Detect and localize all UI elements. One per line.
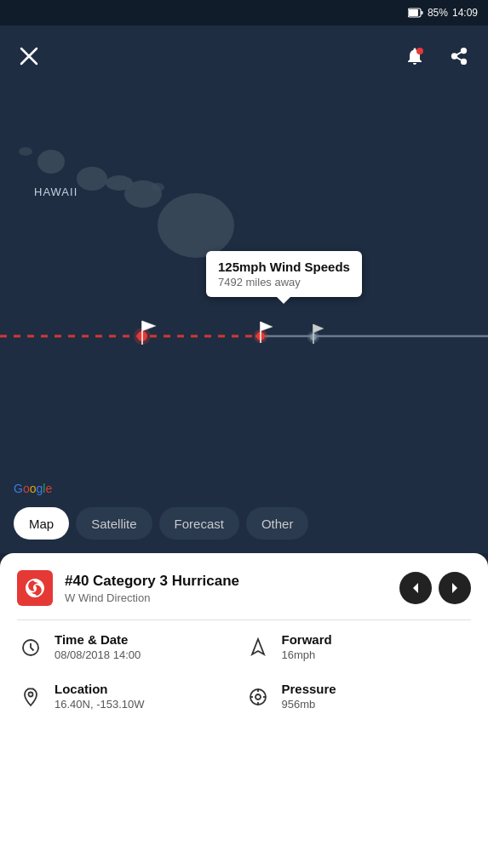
time-date-value: 08/08/2018 14:00 — [55, 648, 141, 661]
battery-icon — [408, 8, 423, 18]
svg-rect-2 — [421, 11, 422, 14]
svg-point-37 — [29, 693, 33, 697]
svg-point-4 — [158, 193, 234, 258]
hurricane-text: #40 Category 3 Hurricane W Wind Directio… — [65, 573, 239, 604]
hawaii-label: HAWAII — [34, 186, 78, 198]
pressure-value: 956mb — [282, 698, 336, 711]
hurricane-icon — [17, 570, 53, 606]
google-watermark: Google — [14, 482, 52, 495]
map-controls — [0, 32, 488, 80]
location-label: Location — [55, 682, 145, 696]
forward-item: Forward 16mph — [244, 632, 472, 661]
battery-level: 85% — [428, 7, 448, 19]
clock-icon — [17, 634, 44, 661]
hurricane-subtitle: W Wind Direction — [65, 591, 239, 604]
svg-line-31 — [456, 57, 462, 60]
share-button[interactable] — [444, 41, 474, 71]
map-area[interactable]: HAWAII — [0, 0, 488, 553]
hurricane-info: #40 Category 3 Hurricane W Wind Directio… — [17, 570, 239, 606]
location-item: Location 16.40N, -153.10W — [17, 682, 244, 711]
svg-marker-36 — [252, 639, 264, 654]
forward-icon — [244, 634, 272, 661]
forward-text: Forward 16mph — [282, 632, 332, 661]
svg-point-10 — [151, 183, 164, 191]
svg-point-6 — [106, 175, 133, 191]
svg-line-32 — [456, 52, 462, 55]
svg-marker-33 — [413, 583, 418, 593]
close-button[interactable] — [14, 41, 44, 71]
pressure-item: Pressure 956mb — [244, 682, 472, 711]
location-text: Location 16.40N, -153.10W — [55, 682, 145, 711]
map-type-satellite[interactable]: Satellite — [76, 507, 152, 540]
pressure-label: Pressure — [282, 682, 336, 696]
time-date-label: Time & Date — [55, 632, 141, 647]
status-bar: 85% 14:09 — [0, 0, 488, 26]
tooltip-subtitle: 7492 miles away — [218, 276, 350, 288]
map-type-bar: Map Satellite Forecast Other — [14, 507, 308, 540]
svg-point-7 — [77, 167, 107, 191]
map-type-other[interactable]: Other — [246, 507, 309, 540]
map-tooltip: 125mph Wind Speeds 7492 miles away — [206, 251, 362, 297]
bottom-panel: #40 Category 3 Hurricane W Wind Directio… — [0, 553, 488, 868]
next-button[interactable] — [439, 572, 471, 604]
map-type-map[interactable]: Map — [14, 507, 69, 540]
divider — [17, 620, 471, 620]
location-value: 16.40N, -153.10W — [55, 698, 145, 711]
info-grid: Time & Date 08/08/2018 14:00 Forward 16m… — [17, 632, 471, 711]
pressure-text: Pressure 956mb — [282, 682, 336, 711]
time-date-item: Time & Date 08/08/2018 14:00 — [17, 632, 244, 661]
svg-marker-34 — [452, 583, 457, 593]
hurricane-header: #40 Category 3 Hurricane W Wind Directio… — [17, 570, 471, 606]
notification-button[interactable] — [399, 41, 430, 71]
forward-label: Forward — [282, 632, 332, 647]
svg-point-8 — [37, 150, 65, 174]
tooltip-title: 125mph Wind Speeds — [218, 260, 350, 274]
navigation-buttons — [399, 572, 471, 604]
svg-point-9 — [19, 147, 32, 156]
time-display: 14:09 — [452, 7, 478, 19]
svg-point-27 — [416, 48, 423, 54]
forward-value: 16mph — [282, 648, 332, 661]
pressure-icon — [244, 683, 272, 711]
time-date-text: Time & Date 08/08/2018 14:00 — [55, 632, 141, 661]
svg-point-39 — [255, 694, 261, 700]
map-type-forecast[interactable]: Forecast — [159, 507, 239, 540]
hurricane-title: #40 Category 3 Hurricane — [65, 573, 239, 590]
prev-button[interactable] — [399, 572, 432, 604]
location-icon — [17, 683, 44, 711]
svg-rect-1 — [409, 9, 418, 16]
